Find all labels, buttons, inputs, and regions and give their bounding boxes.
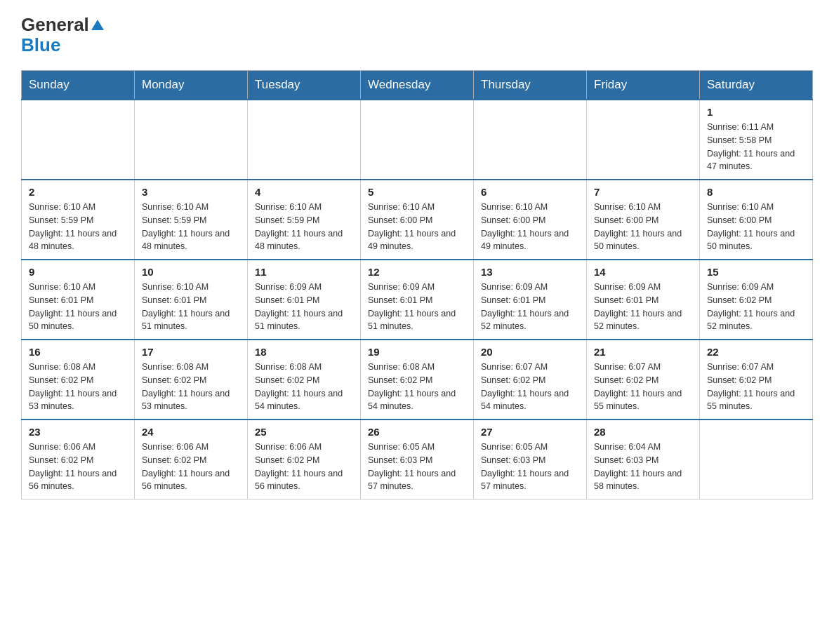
day-number: 8 — [707, 186, 805, 198]
calendar-cell: 3Sunrise: 6:10 AM Sunset: 5:59 PM Daylig… — [135, 180, 248, 260]
day-number: 24 — [142, 426, 240, 438]
week-row-5: 23Sunrise: 6:06 AM Sunset: 6:02 PM Dayli… — [22, 420, 813, 499]
calendar-cell: 18Sunrise: 6:08 AM Sunset: 6:02 PM Dayli… — [248, 340, 361, 420]
calendar-cell: 22Sunrise: 6:07 AM Sunset: 6:02 PM Dayli… — [700, 340, 813, 420]
weekday-header-monday: Monday — [135, 71, 248, 100]
calendar-cell: 7Sunrise: 6:10 AM Sunset: 6:00 PM Daylig… — [587, 180, 700, 260]
calendar-cell — [248, 100, 361, 180]
weekday-header-saturday: Saturday — [700, 71, 813, 100]
weekday-header-wednesday: Wednesday — [361, 71, 474, 100]
day-info: Sunrise: 6:09 AM Sunset: 6:01 PM Dayligh… — [481, 281, 579, 333]
day-info: Sunrise: 6:09 AM Sunset: 6:02 PM Dayligh… — [707, 281, 805, 333]
day-info: Sunrise: 6:10 AM Sunset: 6:00 PM Dayligh… — [594, 201, 692, 253]
calendar-cell — [135, 100, 248, 180]
day-number: 11 — [255, 266, 353, 278]
day-info: Sunrise: 6:04 AM Sunset: 6:03 PM Dayligh… — [594, 441, 692, 493]
day-number: 26 — [368, 426, 466, 438]
day-number: 18 — [255, 346, 353, 358]
calendar-cell: 13Sunrise: 6:09 AM Sunset: 6:01 PM Dayli… — [474, 260, 587, 340]
day-info: Sunrise: 6:10 AM Sunset: 6:01 PM Dayligh… — [142, 281, 240, 333]
calendar-cell: 8Sunrise: 6:10 AM Sunset: 6:00 PM Daylig… — [700, 180, 813, 260]
day-number: 1 — [707, 106, 805, 118]
calendar-header-row: SundayMondayTuesdayWednesdayThursdayFrid… — [22, 71, 813, 100]
logo: General Blue — [21, 14, 105, 56]
week-row-4: 16Sunrise: 6:08 AM Sunset: 6:02 PM Dayli… — [22, 340, 813, 420]
day-info: Sunrise: 6:10 AM Sunset: 5:59 PM Dayligh… — [29, 201, 127, 253]
calendar-cell — [361, 100, 474, 180]
calendar-cell — [587, 100, 700, 180]
day-info: Sunrise: 6:10 AM Sunset: 6:00 PM Dayligh… — [368, 201, 466, 253]
day-info: Sunrise: 6:08 AM Sunset: 6:02 PM Dayligh… — [142, 361, 240, 413]
calendar-cell — [700, 420, 813, 499]
day-info: Sunrise: 6:07 AM Sunset: 6:02 PM Dayligh… — [594, 361, 692, 413]
day-number: 23 — [29, 426, 127, 438]
calendar-cell: 5Sunrise: 6:10 AM Sunset: 6:00 PM Daylig… — [361, 180, 474, 260]
day-number: 14 — [594, 266, 692, 278]
calendar-cell: 11Sunrise: 6:09 AM Sunset: 6:01 PM Dayli… — [248, 260, 361, 340]
day-info: Sunrise: 6:06 AM Sunset: 6:02 PM Dayligh… — [142, 441, 240, 493]
calendar-cell: 23Sunrise: 6:06 AM Sunset: 6:02 PM Dayli… — [22, 420, 135, 499]
calendar-cell: 2Sunrise: 6:10 AM Sunset: 5:59 PM Daylig… — [22, 180, 135, 260]
weekday-header-tuesday: Tuesday — [248, 71, 361, 100]
calendar-cell: 27Sunrise: 6:05 AM Sunset: 6:03 PM Dayli… — [474, 420, 587, 499]
day-info: Sunrise: 6:05 AM Sunset: 6:03 PM Dayligh… — [481, 441, 579, 493]
day-info: Sunrise: 6:09 AM Sunset: 6:01 PM Dayligh… — [594, 281, 692, 333]
day-info: Sunrise: 6:10 AM Sunset: 5:59 PM Dayligh… — [255, 201, 353, 253]
calendar-cell: 4Sunrise: 6:10 AM Sunset: 5:59 PM Daylig… — [248, 180, 361, 260]
calendar-cell: 21Sunrise: 6:07 AM Sunset: 6:02 PM Dayli… — [587, 340, 700, 420]
day-number: 22 — [707, 346, 805, 358]
day-number: 10 — [142, 266, 240, 278]
week-row-1: 1Sunrise: 6:11 AM Sunset: 5:58 PM Daylig… — [22, 100, 813, 180]
calendar-cell: 14Sunrise: 6:09 AM Sunset: 6:01 PM Dayli… — [587, 260, 700, 340]
day-info: Sunrise: 6:09 AM Sunset: 6:01 PM Dayligh… — [255, 281, 353, 333]
calendar-cell: 9Sunrise: 6:10 AM Sunset: 6:01 PM Daylig… — [22, 260, 135, 340]
day-number: 17 — [142, 346, 240, 358]
day-info: Sunrise: 6:09 AM Sunset: 6:01 PM Dayligh… — [368, 281, 466, 333]
day-number: 21 — [594, 346, 692, 358]
day-number: 5 — [368, 186, 466, 198]
day-info: Sunrise: 6:08 AM Sunset: 6:02 PM Dayligh… — [368, 361, 466, 413]
week-row-2: 2Sunrise: 6:10 AM Sunset: 5:59 PM Daylig… — [22, 180, 813, 260]
calendar-cell: 20Sunrise: 6:07 AM Sunset: 6:02 PM Dayli… — [474, 340, 587, 420]
calendar-cell — [474, 100, 587, 180]
day-info: Sunrise: 6:10 AM Sunset: 5:59 PM Dayligh… — [142, 201, 240, 253]
day-number: 15 — [707, 266, 805, 278]
calendar-cell: 6Sunrise: 6:10 AM Sunset: 6:00 PM Daylig… — [474, 180, 587, 260]
day-info: Sunrise: 6:07 AM Sunset: 6:02 PM Dayligh… — [481, 361, 579, 413]
calendar-cell: 12Sunrise: 6:09 AM Sunset: 6:01 PM Dayli… — [361, 260, 474, 340]
day-number: 27 — [481, 426, 579, 438]
logo-blue-text: Blue — [21, 34, 60, 56]
calendar-cell: 25Sunrise: 6:06 AM Sunset: 6:02 PM Dayli… — [248, 420, 361, 499]
logo-arrow-icon — [91, 20, 104, 30]
day-info: Sunrise: 6:06 AM Sunset: 6:02 PM Dayligh… — [255, 441, 353, 493]
day-number: 12 — [368, 266, 466, 278]
day-info: Sunrise: 6:06 AM Sunset: 6:02 PM Dayligh… — [29, 441, 127, 493]
day-info: Sunrise: 6:05 AM Sunset: 6:03 PM Dayligh… — [368, 441, 466, 493]
calendar-cell: 26Sunrise: 6:05 AM Sunset: 6:03 PM Dayli… — [361, 420, 474, 499]
day-number: 9 — [29, 266, 127, 278]
day-number: 25 — [255, 426, 353, 438]
day-number: 13 — [481, 266, 579, 278]
day-info: Sunrise: 6:10 AM Sunset: 6:00 PM Dayligh… — [481, 201, 579, 253]
day-info: Sunrise: 6:10 AM Sunset: 6:01 PM Dayligh… — [29, 281, 127, 333]
day-number: 16 — [29, 346, 127, 358]
day-number: 20 — [481, 346, 579, 358]
calendar-cell: 28Sunrise: 6:04 AM Sunset: 6:03 PM Dayli… — [587, 420, 700, 499]
day-info: Sunrise: 6:10 AM Sunset: 6:00 PM Dayligh… — [707, 201, 805, 253]
day-number: 3 — [142, 186, 240, 198]
calendar-cell: 10Sunrise: 6:10 AM Sunset: 6:01 PM Dayli… — [135, 260, 248, 340]
logo-wordmark: General — [21, 14, 105, 36]
day-number: 19 — [368, 346, 466, 358]
day-info: Sunrise: 6:08 AM Sunset: 6:02 PM Dayligh… — [255, 361, 353, 413]
weekday-header-friday: Friday — [587, 71, 700, 100]
calendar-cell: 17Sunrise: 6:08 AM Sunset: 6:02 PM Dayli… — [135, 340, 248, 420]
logo-general-text: General — [21, 14, 89, 36]
calendar-cell: 16Sunrise: 6:08 AM Sunset: 6:02 PM Dayli… — [22, 340, 135, 420]
day-number: 28 — [594, 426, 692, 438]
day-number: 2 — [29, 186, 127, 198]
day-number: 7 — [594, 186, 692, 198]
calendar-table: SundayMondayTuesdayWednesdayThursdayFrid… — [21, 70, 813, 499]
calendar-cell: 1Sunrise: 6:11 AM Sunset: 5:58 PM Daylig… — [700, 100, 813, 180]
day-number: 4 — [255, 186, 353, 198]
calendar-cell — [22, 100, 135, 180]
